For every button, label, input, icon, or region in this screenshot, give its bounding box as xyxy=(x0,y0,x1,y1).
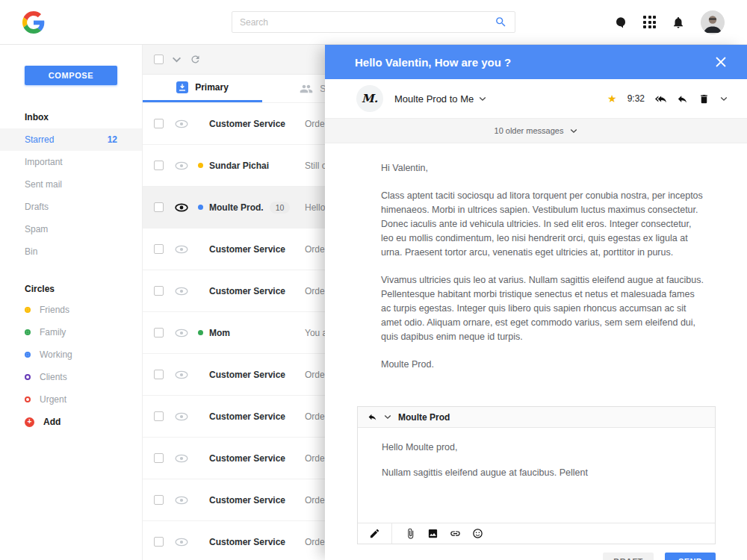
read-status-eye-icon[interactable] xyxy=(175,496,188,505)
reply-buttons: DRAFT SEND xyxy=(325,553,716,560)
row-checkbox[interactable] xyxy=(154,286,164,296)
body-signature: Moulte Prod. xyxy=(381,358,704,372)
body-greeting: Hi Valentin, xyxy=(381,161,704,175)
read-status-eye-icon[interactable] xyxy=(175,161,188,170)
main-area: COMPOSE Inbox Starred 12 Important Sent … xyxy=(0,45,747,560)
search-icon[interactable] xyxy=(495,16,507,28)
circle-item-add[interactable]: Add xyxy=(0,411,142,433)
circle-item-working[interactable]: Working xyxy=(0,343,142,366)
sender-name: Sundar Pichai xyxy=(209,161,297,171)
chat-icon[interactable] xyxy=(614,16,627,29)
label-dot xyxy=(198,455,203,461)
row-checkbox[interactable] xyxy=(154,161,164,170)
read-status-eye-icon[interactable] xyxy=(175,538,188,547)
reply-icon[interactable] xyxy=(677,93,688,105)
social-tab-people-icon xyxy=(300,82,313,96)
conversation-header: Hello Valentin, How are you ? xyxy=(325,45,747,79)
search-box xyxy=(232,11,515,33)
paperclip-icon[interactable] xyxy=(405,528,416,539)
primary-tab-icon xyxy=(176,81,188,93)
select-dropdown-chevron-icon[interactable] xyxy=(172,55,182,64)
pencil-icon[interactable] xyxy=(369,528,380,539)
circle-item-clients[interactable]: Clients xyxy=(0,366,142,388)
circle-item-urgent[interactable]: Urgent xyxy=(0,388,142,411)
refresh-icon[interactable] xyxy=(190,54,201,65)
sidebar-item-drafts[interactable]: Drafts xyxy=(0,196,142,218)
formatting-cell xyxy=(358,523,392,544)
message-header: M. Moulte Prod to Me ★ 9:32 xyxy=(325,79,747,118)
attachment-tools xyxy=(392,528,483,539)
google-logo[interactable] xyxy=(22,11,45,34)
row-checkbox[interactable] xyxy=(154,119,164,128)
family-circle-icon xyxy=(25,329,31,335)
delete-icon[interactable] xyxy=(698,93,710,105)
circles-heading: Circles xyxy=(0,284,142,294)
sidebar-item-starred[interactable]: Starred 12 xyxy=(0,128,142,151)
message-from[interactable]: Moulte Prod to Me xyxy=(394,93,486,105)
label-dot xyxy=(198,539,203,544)
bell-icon[interactable] xyxy=(672,16,685,29)
sender-name: Customer Service xyxy=(209,286,297,296)
sender-name: Customer Service xyxy=(209,370,297,380)
apps-grid-icon[interactable] xyxy=(643,16,656,28)
sidebar-item-sent-mail[interactable]: Sent mail xyxy=(0,173,142,196)
sender-name: Customer Service xyxy=(209,495,297,505)
chevron-down-icon xyxy=(570,128,577,134)
user-avatar[interactable] xyxy=(701,10,725,34)
read-status-eye-icon[interactable] xyxy=(175,329,188,337)
friends-circle-icon xyxy=(25,307,31,313)
conversation-panel: Hello Valentin, How are you ? M. Moulte … xyxy=(325,45,747,560)
row-checkbox[interactable] xyxy=(154,370,164,379)
body-paragraph: Vivamus ultricies quis leo at varius. Nu… xyxy=(381,273,704,344)
sidebar-item-bin[interactable]: Bin xyxy=(0,240,142,263)
read-status-eye-icon[interactable] xyxy=(175,245,188,254)
add-circle-icon xyxy=(25,417,34,427)
row-checkbox[interactable] xyxy=(154,202,164,212)
draft-button[interactable]: DRAFT xyxy=(603,553,654,560)
body-paragraph: Class aptent taciti sociosqu ad litora t… xyxy=(381,189,704,260)
close-icon[interactable] xyxy=(716,57,726,67)
read-status-eye-icon[interactable] xyxy=(175,203,188,212)
label-dot xyxy=(198,372,203,377)
select-all-checkbox[interactable] xyxy=(154,55,164,64)
image-icon[interactable] xyxy=(427,528,438,539)
sidebar-item-inbox[interactable]: Inbox xyxy=(0,106,142,128)
avatar-silhouette-icon xyxy=(701,10,725,34)
read-status-eye-icon[interactable] xyxy=(175,287,188,296)
send-button[interactable]: SEND xyxy=(665,553,716,560)
message-time: 9:32 xyxy=(627,93,645,104)
message-actions: ★ 9:32 xyxy=(607,93,728,105)
tab-primary[interactable]: Primary xyxy=(143,75,262,102)
starred-count-badge: 12 xyxy=(108,134,117,145)
row-checkbox[interactable] xyxy=(154,537,164,547)
reply-type-chevron-icon[interactable] xyxy=(384,414,391,420)
row-checkbox[interactable] xyxy=(154,495,164,505)
row-checkbox[interactable] xyxy=(154,411,164,421)
circle-item-family[interactable]: Family xyxy=(0,321,142,343)
reply-body-editor[interactable]: Hello Moulte prod, Nullam sagittis eleif… xyxy=(358,428,715,523)
reply-icon[interactable] xyxy=(368,412,377,422)
row-checkbox[interactable] xyxy=(154,453,164,463)
sidebar-item-important[interactable]: Important xyxy=(0,151,142,173)
older-messages-toggle[interactable]: 10 older messages xyxy=(325,118,747,143)
star-icon[interactable]: ★ xyxy=(607,93,617,104)
row-checkbox[interactable] xyxy=(154,328,164,337)
label-dot xyxy=(198,288,203,293)
read-status-eye-icon[interactable] xyxy=(175,119,188,128)
reply-all-icon[interactable] xyxy=(655,93,666,105)
sidebar-item-spam[interactable]: Spam xyxy=(0,218,142,240)
read-status-eye-icon[interactable] xyxy=(175,454,188,463)
compose-button[interactable]: COMPOSE xyxy=(25,66,117,85)
read-status-eye-icon[interactable] xyxy=(175,412,188,421)
emoji-icon[interactable] xyxy=(472,528,483,539)
circle-item-friends[interactable]: Friends xyxy=(0,299,142,321)
sender-name: Customer Service xyxy=(209,411,297,422)
more-chevron-icon[interactable] xyxy=(720,96,728,102)
search-input[interactable] xyxy=(240,17,495,28)
sender-name: Customer Service xyxy=(209,537,297,547)
link-icon[interactable] xyxy=(450,528,461,539)
sender-name: Mom xyxy=(209,328,297,338)
read-status-eye-icon[interactable] xyxy=(175,370,188,379)
row-checkbox[interactable] xyxy=(154,244,164,254)
clients-circle-icon xyxy=(25,374,31,380)
